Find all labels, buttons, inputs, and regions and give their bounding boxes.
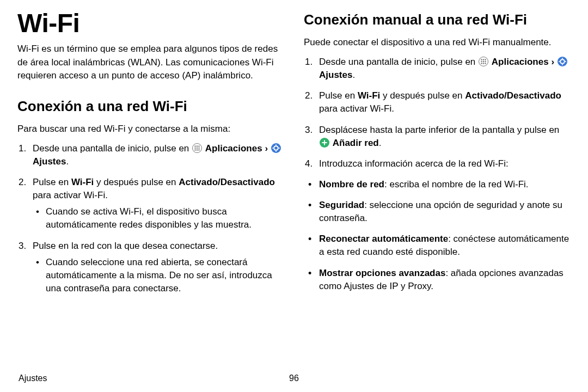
section2-heading: Conexión manual a una red Wi-Fi [304, 12, 571, 28]
svg-point-9 [198, 149, 199, 150]
svg-point-6 [198, 148, 199, 149]
separator: › [549, 57, 557, 67]
settings-label: Ajustes [33, 156, 66, 167]
section1-heading: Conexión a una red Wi-Fi [17, 99, 284, 115]
step1-pre: Desde una pantalla de inicio, pulse en [33, 143, 192, 154]
b1t: Nombre de red [319, 179, 384, 189]
s1s2c: para activar Wi-Fi. [33, 190, 108, 200]
separator: › [262, 143, 271, 154]
svg-rect-29 [565, 61, 566, 62]
s2s2a: Pulse en [319, 90, 358, 101]
svg-point-5 [197, 148, 198, 149]
section2-step3: Desplácese hasta la parte inferior de la… [304, 124, 571, 150]
section1-step2-sub1: Cuando se activa Wi-Fi, el dispositivo b… [33, 205, 284, 231]
svg-rect-28 [559, 61, 560, 62]
s2s2b: y después pulse en [380, 90, 465, 101]
apps-label: Aplicaciones [492, 57, 549, 67]
section2-lead: Puede conectar el dispositivo a una red … [304, 36, 571, 49]
b3t: Reconectar automáticamente [319, 234, 448, 244]
add-icon [320, 138, 329, 148]
svg-rect-27 [562, 64, 563, 65]
page-title: Wi-Fi [17, 10, 284, 37]
svg-rect-26 [562, 58, 563, 59]
svg-point-17 [483, 59, 484, 60]
section1-step2-sub: Cuando se activa Wi-Fi, el dispositivo b… [33, 205, 284, 231]
section1-step3-sub1: Cuando seleccione una red abierta, se co… [33, 256, 284, 295]
b1r: : escriba el nombre de la red Wi-Fi. [384, 179, 529, 189]
s2s2toggle: Activado/Desactivado [465, 90, 561, 101]
b2t: Seguridad [319, 200, 364, 210]
s1s2b: y después pulse en [94, 177, 179, 187]
s2s2wifi: Wi-Fi [358, 90, 380, 101]
footer-spacer [567, 373, 569, 383]
s2s4: Introduzca información acerca de la red … [319, 158, 509, 169]
s1s3: Pulse en la red con la que desea conecta… [33, 241, 218, 251]
section2-fields: Nombre de red: escriba el nombre de la r… [304, 178, 571, 293]
section1-lead: Para buscar una red Wi-Fi y conectarse a… [17, 122, 284, 136]
svg-rect-12 [275, 151, 277, 152]
footer-page-number: 96 [289, 373, 299, 383]
step1-post: . [66, 156, 69, 167]
s1s2toggle: Activado/Desactivado [179, 177, 275, 187]
manual-page: Wi-Fi Wi-Fi es un término que se emplea … [0, 0, 588, 392]
svg-rect-13 [272, 148, 273, 149]
apps-icon [479, 57, 488, 66]
settings-icon [558, 57, 567, 66]
field-avanzadas: Mostrar opciones avanzadas: añada opcion… [304, 267, 571, 293]
s1s2a: Pulse en [33, 177, 71, 187]
svg-point-2 [197, 145, 198, 146]
section1-step2: Pulse en Wi-Fi y después pulse en Activa… [17, 176, 284, 232]
field-nombre: Nombre de red: escriba el nombre de la r… [304, 178, 571, 191]
settings-label: Ajustes [319, 70, 352, 80]
apps-icon [192, 143, 202, 153]
s2s2c: para activar Wi-Fi. [319, 103, 394, 114]
svg-point-18 [485, 59, 486, 60]
section1-step1: Desde una pantalla de inicio, pulse en A… [17, 142, 284, 168]
svg-point-7 [194, 149, 195, 150]
svg-point-24 [485, 63, 486, 64]
page-footer: Ajustes 96 [17, 373, 571, 383]
svg-point-21 [485, 61, 486, 62]
section1-step3: Pulse en la red con la que desea conecta… [17, 240, 284, 296]
svg-rect-32 [322, 142, 327, 143]
svg-rect-11 [275, 144, 277, 145]
two-column-layout: Wi-Fi Wi-Fi es un término que se emplea … [17, 10, 571, 371]
s2s1pre: Desde una pantalla de inicio, pulse en [319, 57, 478, 67]
s1s2wifi: Wi-Fi [71, 177, 94, 187]
section2-steps: Desde una pantalla de inicio, pulse en A… [304, 56, 571, 170]
svg-point-16 [481, 59, 482, 60]
svg-point-20 [483, 61, 484, 62]
svg-point-22 [481, 63, 482, 64]
svg-point-19 [481, 61, 482, 62]
intro-paragraph: Wi-Fi es un término que se emplea para a… [17, 42, 284, 82]
section2-step1: Desde una pantalla de inicio, pulse en A… [304, 56, 571, 82]
add-network-label: Añadir red [333, 138, 379, 148]
section2-step2: Pulse en Wi-Fi y después pulse en Activa… [304, 89, 571, 115]
settings-icon [271, 143, 281, 153]
footer-section: Ajustes [19, 373, 47, 383]
b4t: Mostrar opciones avanzadas [319, 268, 445, 278]
svg-point-3 [198, 145, 199, 146]
apps-label: Aplicaciones [205, 143, 262, 154]
section1-steps: Desde una pantalla de inicio, pulse en A… [17, 142, 284, 295]
section2-step4: Introduzca información acerca de la red … [304, 157, 571, 170]
right-column: Conexión manual a una red Wi-Fi Puede co… [304, 10, 571, 371]
s2s3b: . [379, 138, 382, 148]
svg-point-8 [197, 149, 198, 150]
s2s3a: Desplácese hasta la parte inferior de la… [319, 125, 559, 135]
field-seguridad: Seguridad: seleccione una opción de segu… [304, 199, 571, 225]
section1-step3-sub: Cuando seleccione una red abierta, se co… [33, 256, 284, 295]
left-column: Wi-Fi Wi-Fi es un término que se emplea … [17, 10, 284, 371]
svg-point-1 [194, 145, 195, 146]
svg-rect-14 [279, 148, 280, 149]
svg-point-23 [483, 63, 484, 64]
field-reconectar: Reconectar automáticamente: conéctese au… [304, 232, 571, 259]
svg-point-4 [194, 148, 195, 149]
s2s1post: . [352, 70, 355, 80]
